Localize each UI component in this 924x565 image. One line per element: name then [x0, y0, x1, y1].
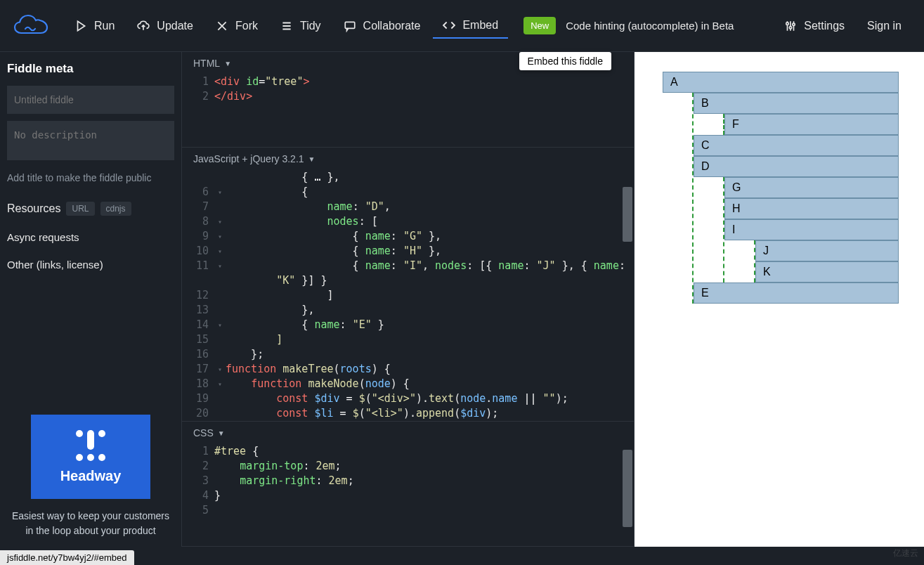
chevron-down-icon: ▼: [224, 60, 231, 67]
css-pane-header[interactable]: CSS▼: [182, 422, 634, 444]
url-chip[interactable]: URL: [66, 202, 94, 216]
js-editor[interactable]: { … },6▾ {7 name: "D",8▾ nodes: [9▾ { na…: [182, 170, 634, 421]
settings-button[interactable]: Settings: [774, 14, 854, 38]
status-bar-url: jsfiddle.net/y7bw4yj2/#embed: [0, 550, 134, 565]
html-editor[interactable]: 1<div id="tree">2</div>: [182, 74, 634, 147]
css-editor[interactable]: 1#tree {2 margin-top: 2em;3 margin-right…: [182, 444, 634, 546]
tree-node: K: [755, 261, 899, 282]
fiddle-meta-title: Fiddle meta: [7, 62, 174, 76]
tree-node: B: [694, 93, 899, 114]
ad-name: Headway: [60, 468, 122, 484]
tree-node: D: [694, 156, 899, 177]
svg-point-1: [786, 22, 788, 24]
other-section[interactable]: Other (links, license): [7, 259, 174, 271]
run-button[interactable]: Run: [65, 14, 124, 38]
public-hint: Add title to make the fiddle public: [7, 172, 174, 183]
fork-label: Fork: [235, 20, 258, 32]
chevron-down-icon: ▼: [308, 155, 315, 163]
headway-ad-image: Headway: [31, 415, 150, 499]
update-button[interactable]: Update: [127, 14, 203, 38]
settings-label: Settings: [804, 20, 845, 32]
chevron-down-icon: ▼: [218, 429, 225, 437]
fork-icon: [216, 20, 228, 32]
code-hinting-link[interactable]: Code hinting (autocomplete) in Beta: [566, 20, 734, 32]
collaborate-label: Collaborate: [363, 20, 421, 32]
tree-node: C: [694, 135, 899, 156]
js-scrollbar[interactable]: [623, 176, 632, 418]
watermark: 亿速云: [893, 547, 918, 559]
html-pane: Embed this fiddle HTML▼ 1<div id="tree">…: [182, 52, 634, 148]
result-pane: ABFCDGHIJKE: [635, 52, 924, 547]
cdnjs-chip[interactable]: cdnjs: [100, 202, 131, 216]
new-badge: New: [523, 17, 556, 34]
run-label: Run: [94, 20, 115, 32]
svg-point-2: [790, 26, 792, 28]
signin-label: Sign in: [867, 20, 902, 32]
css-scrollbar[interactable]: [623, 450, 632, 543]
editor-column: Embed this fiddle HTML▼ 1<div id="tree">…: [181, 52, 635, 547]
collaborate-button[interactable]: Collaborate: [334, 14, 431, 38]
tree-node: E: [694, 282, 899, 304]
embed-tooltip: Embed this fiddle: [519, 52, 611, 70]
js-pane-header[interactable]: JavaScript + jQuery 3.2.1▼: [182, 148, 634, 170]
code-icon: [443, 19, 455, 32]
jsfiddle-logo[interactable]: [13, 11, 49, 41]
embed-label: Embed: [462, 19, 498, 32]
fiddle-title-input[interactable]: [7, 86, 174, 114]
ad-desc-1: Easiest way to keep your customers: [6, 509, 176, 524]
css-pane: CSS▼ 1#tree {2 margin-top: 2em;3 margin-…: [182, 422, 634, 547]
tree-node: I: [724, 219, 899, 240]
resources-section[interactable]: Resources: [7, 202, 60, 215]
cloud-up-icon: [137, 20, 150, 32]
tree-node: J: [755, 240, 899, 261]
list-icon: [280, 20, 293, 32]
js-pane: JavaScript + jQuery 3.2.1▼ { … },6▾ {7 n…: [182, 148, 634, 422]
tree-node: F: [724, 114, 899, 135]
fiddle-desc-input[interactable]: [7, 121, 174, 160]
tree-node: A: [663, 72, 899, 93]
async-requests-section[interactable]: Async requests: [7, 231, 174, 243]
fork-button[interactable]: Fork: [206, 14, 268, 38]
tree-output: ABFCDGHIJKE: [663, 72, 899, 304]
tree-node: H: [724, 198, 899, 219]
tree-node: G: [724, 177, 899, 198]
svg-rect-0: [345, 22, 355, 28]
tidy-button[interactable]: Tidy: [271, 14, 331, 38]
ad-block[interactable]: Headway Easiest way to keep your custome…: [0, 415, 181, 547]
embed-button[interactable]: Embed: [433, 13, 508, 39]
ad-desc-2: in the loop about your product: [6, 524, 176, 538]
chat-icon: [344, 20, 356, 32]
topbar: Run Update Fork Tidy Collaborate Embed N…: [0, 0, 924, 52]
update-label: Update: [157, 20, 193, 32]
svg-point-3: [793, 23, 795, 25]
sidebar: Fiddle meta Add title to make the fiddle…: [0, 52, 181, 547]
play-icon: [74, 20, 87, 32]
signin-button[interactable]: Sign in: [857, 14, 911, 38]
tidy-label: Tidy: [300, 20, 321, 32]
sliders-icon: [784, 20, 797, 32]
